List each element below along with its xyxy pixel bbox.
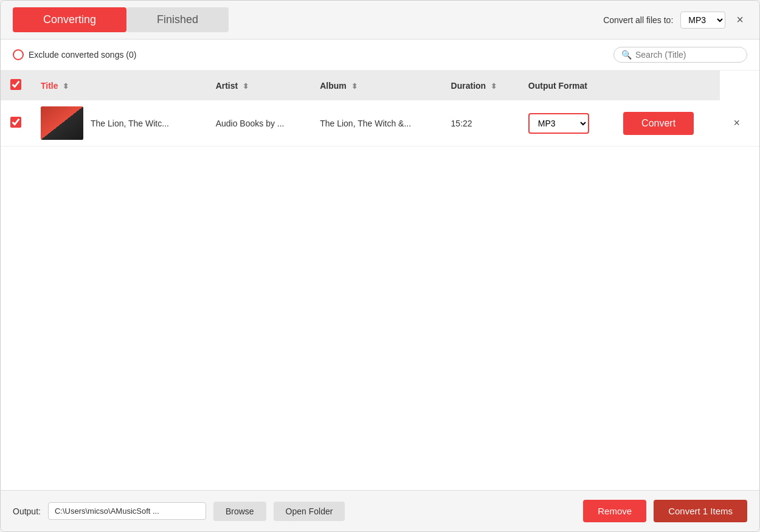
row-artist: Audio Books by ...: [206, 100, 311, 147]
th-title-label: Title: [41, 81, 58, 91]
table-container: Title ⬍ Artist ⬍ Album ⬍ Duration ⬍: [1, 71, 759, 490]
close-button[interactable]: ×: [733, 12, 747, 28]
th-duration-label: Duration: [451, 81, 486, 91]
row-convert-button[interactable]: Convert: [623, 112, 694, 135]
footer: Output: C:\Users\micso\AMusicSoft ... Br…: [1, 490, 759, 531]
table-body: The Lion, The Witc... Audio Books by ...…: [1, 100, 759, 147]
row-format-cell: MP3AACFLACWAVOGG: [519, 100, 613, 147]
row-duration: 15:22: [441, 100, 519, 147]
th-album: Album ⬍: [310, 71, 441, 100]
output-label: Output:: [13, 506, 41, 516]
toolbar: Exclude converted songs (0) 🔍: [1, 40, 759, 71]
tracks-table: Title ⬍ Artist ⬍ Album ⬍ Duration ⬍: [1, 71, 759, 147]
duration-sort-icon[interactable]: ⬍: [491, 82, 497, 91]
header: Converting Finished Convert all files to…: [1, 1, 759, 40]
artist-sort-icon[interactable]: ⬍: [243, 82, 249, 91]
output-path: C:\Users\micso\AMusicSoft ...: [48, 502, 206, 520]
open-folder-button[interactable]: Open Folder: [274, 502, 345, 521]
row-checkbox-cell: [1, 100, 31, 147]
album-art: [41, 106, 83, 140]
row-title: The Lion, The Witc...: [91, 119, 169, 128]
th-album-label: Album: [320, 81, 347, 91]
row-checkbox[interactable]: [10, 117, 21, 128]
tab-converting[interactable]: Converting: [13, 7, 126, 32]
search-input[interactable]: [635, 50, 739, 60]
th-actions: [613, 71, 720, 100]
remove-button[interactable]: Remove: [583, 500, 646, 522]
th-output-format: Output Format: [519, 71, 613, 100]
th-checkbox: [1, 71, 31, 100]
row-remove-cell: ×: [720, 100, 759, 147]
exclude-label: Exclude converted songs (0): [29, 50, 136, 60]
exclude-row: Exclude converted songs (0): [13, 49, 136, 60]
row-format-select[interactable]: MP3AACFLACWAVOGG: [528, 113, 589, 134]
app-window: Converting Finished Convert all files to…: [0, 0, 760, 532]
row-title-cell: The Lion, The Witc...: [31, 100, 206, 147]
title-sort-icon[interactable]: ⬍: [63, 82, 69, 91]
th-title: Title ⬍: [31, 71, 206, 100]
album-sort-icon[interactable]: ⬍: [351, 82, 358, 91]
convert-items-button[interactable]: Convert 1 Items: [654, 500, 747, 522]
table-row: The Lion, The Witc... Audio Books by ...…: [1, 100, 759, 147]
th-duration: Duration ⬍: [441, 71, 519, 100]
search-icon: 🔍: [621, 50, 632, 60]
format-select-header[interactable]: MP3 AAC FLAC WAV OGG: [680, 12, 725, 29]
browse-button[interactable]: Browse: [213, 502, 266, 521]
convert-all-label: Convert all files to:: [603, 15, 673, 25]
header-right: Convert all files to: MP3 AAC FLAC WAV O…: [603, 12, 747, 29]
th-artist: Artist ⬍: [206, 71, 311, 100]
row-remove-button[interactable]: ×: [730, 116, 744, 131]
table-header-row: Title ⬍ Artist ⬍ Album ⬍ Duration ⬍: [1, 71, 759, 100]
row-album: The Lion, The Witch &...: [310, 100, 441, 147]
row-convert-cell: Convert: [613, 100, 720, 147]
tab-group: Converting Finished: [13, 7, 229, 32]
th-artist-label: Artist: [216, 81, 238, 91]
select-all-checkbox[interactable]: [10, 79, 21, 90]
search-box: 🔍: [613, 47, 747, 63]
exclude-radio[interactable]: [13, 49, 24, 60]
tab-finished[interactable]: Finished: [126, 7, 229, 32]
